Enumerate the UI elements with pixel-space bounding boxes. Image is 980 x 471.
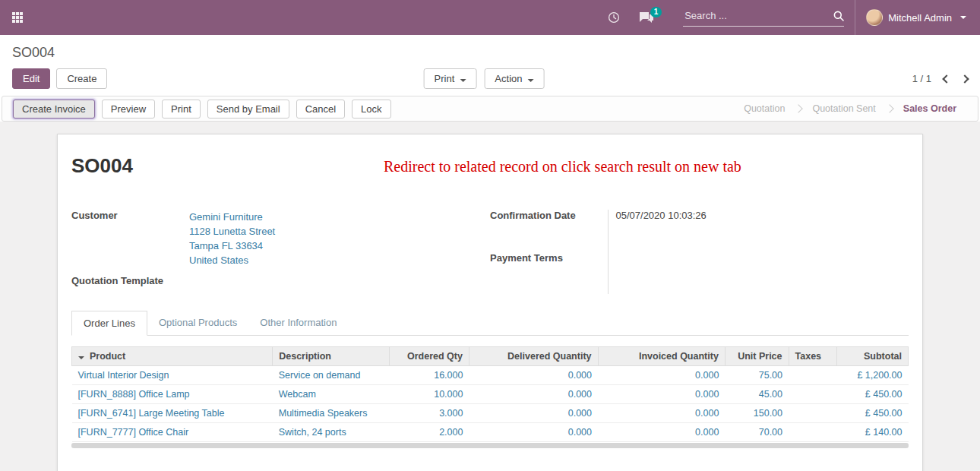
cell-ordered-qty: 3.000 [390, 404, 469, 423]
status-pipeline: Quotation Quotation Sent Sales Order [733, 103, 967, 114]
payment-terms-label: Payment Terms [490, 252, 608, 295]
avatar [866, 9, 883, 26]
user-menu[interactable]: Mitchell Admin [855, 0, 968, 35]
column-header-description[interactable]: Description [273, 347, 390, 366]
edit-button[interactable]: Edit [12, 68, 50, 89]
cell-product[interactable]: Virtual Interior Design [72, 366, 273, 385]
cell-invoiced-qty: 0.000 [598, 366, 725, 385]
tab-optional-products[interactable]: Optional Products [147, 311, 248, 336]
column-header-ordered-qty[interactable]: Ordered Qty [390, 347, 469, 366]
customer-country-link[interactable]: United States [189, 253, 490, 267]
customer-name-link[interactable]: Gemini Furniture [189, 210, 490, 224]
status-quotation[interactable]: Quotation [733, 103, 795, 114]
column-header-invoiced-qty[interactable]: Invoiced Quantity [598, 347, 725, 366]
cell-unit-price: 70.00 [725, 423, 789, 442]
customer-street-link[interactable]: 1128 Lunetta Street [189, 224, 490, 239]
pager: 1 / 1 [912, 73, 968, 84]
cell-description: Service on demand [273, 366, 390, 385]
create-invoice-button[interactable]: Create Invoice [13, 100, 95, 119]
statusbar: Create Invoice Preview Print Send by Ema… [2, 96, 978, 122]
cell-description: Webcam [273, 385, 390, 404]
search-input[interactable] [683, 8, 833, 23]
horizontal-scrollbar[interactable] [71, 443, 909, 448]
cell-invoiced-qty: 0.000 [598, 404, 725, 423]
record-title: SO004 [71, 154, 133, 178]
confirmation-date-value: 05/07/2020 10:03:26 [608, 210, 909, 252]
cell-invoiced-qty: 0.000 [598, 385, 725, 404]
breadcrumb: SO004 [0, 35, 980, 63]
print-dropdown-button[interactable]: Print [424, 68, 477, 89]
control-panel: Edit Create Print Action 1 / 1 [0, 63, 980, 96]
table-row[interactable]: [FURN_8888] Office Lamp Webcam 10.000 0.… [72, 385, 909, 404]
cell-description: Multimedia Speakers [273, 404, 390, 423]
confirmation-date-label: Confirmation Date [490, 210, 608, 252]
cancel-button[interactable]: Cancel [296, 100, 345, 119]
cell-subtotal: £ 1,200.00 [837, 366, 909, 385]
column-options-caret-icon[interactable] [78, 356, 84, 359]
column-header-subtotal[interactable]: Subtotal [837, 347, 909, 366]
customer-value: Gemini Furniture 1128 Lunetta Street Tam… [189, 210, 490, 275]
tab-other-information[interactable]: Other Information [248, 311, 348, 336]
cell-unit-price: 75.00 [725, 366, 789, 385]
chevron-down-icon [460, 79, 466, 82]
cell-description: Switch, 24 ports [273, 423, 390, 442]
messages-icon[interactable]: 1 [640, 12, 653, 24]
pager-next-icon[interactable] [960, 74, 969, 83]
field-group-right: Confirmation Date 05/07/2020 10:03:26 Pa… [490, 210, 909, 294]
cell-ordered-qty: 2.000 [390, 423, 469, 442]
status-sales-order[interactable]: Sales Order [893, 103, 967, 114]
customer-city-link[interactable]: Tampa FL 33634 [189, 239, 490, 253]
lock-button[interactable]: Lock [352, 100, 390, 119]
field-groups: Customer Gemini Furniture 1128 Lunetta S… [71, 210, 909, 294]
table-row[interactable]: [FURN_6741] Large Meeting Table Multimed… [72, 404, 909, 423]
pager-previous-icon[interactable] [942, 74, 950, 83]
topbar-search [683, 8, 844, 27]
column-header-taxes[interactable]: Taxes [789, 347, 837, 366]
field-group-left: Customer Gemini Furniture 1128 Lunetta S… [71, 210, 490, 294]
activities-clock-icon[interactable] [608, 11, 620, 24]
pager-counter: 1 / 1 [912, 73, 931, 84]
print-button[interactable]: Print [162, 100, 201, 119]
cell-taxes [789, 385, 837, 404]
order-lines-table: Product Description Ordered Qty Delivere… [71, 346, 909, 442]
table-row[interactable]: Virtual Interior Design Service on deman… [72, 366, 909, 385]
payment-terms-value [608, 252, 909, 295]
cell-unit-price: 150.00 [725, 404, 789, 423]
table-row[interactable]: [FURN_7777] Office Chair Switch, 24 port… [72, 423, 909, 442]
cell-invoiced-qty: 0.000 [598, 423, 725, 442]
cell-product[interactable]: [FURN_7777] Office Chair [72, 423, 273, 442]
topbar: 1 Mitchell Admin [0, 0, 980, 35]
cell-subtotal: £ 140.00 [837, 423, 909, 442]
preview-button[interactable]: Preview [102, 100, 155, 119]
page-title: SO004 [12, 45, 55, 60]
sales-order-sheet: SO004 Redirect to related record on clic… [57, 134, 923, 471]
cell-ordered-qty: 16.000 [390, 366, 469, 385]
chevron-down-icon [960, 16, 966, 19]
create-button[interactable]: Create [56, 68, 107, 89]
table-header-row: Product Description Ordered Qty Delivere… [72, 347, 909, 366]
cell-product[interactable]: [FURN_6741] Large Meeting Table [72, 404, 273, 423]
annotation-text: Redirect to related record on click sear… [384, 158, 741, 175]
cell-delivered-qty: 0.000 [469, 385, 598, 404]
cell-ordered-qty: 10.000 [390, 385, 469, 404]
cell-delivered-qty: 0.000 [469, 404, 598, 423]
cell-taxes [789, 366, 837, 385]
cell-subtotal: £ 450.00 [837, 404, 909, 423]
status-quotation-sent[interactable]: Quotation Sent [801, 103, 886, 114]
content-area: SO004 Redirect to related record on clic… [0, 122, 980, 471]
column-header-delivered-qty[interactable]: Delivered Quantity [469, 347, 598, 366]
apps-menu-icon[interactable] [12, 12, 23, 23]
cell-product[interactable]: [FURN_8888] Office Lamp [72, 385, 273, 404]
quotation-template-value [189, 275, 490, 294]
cell-taxes [789, 423, 837, 442]
action-dropdown-button[interactable]: Action [484, 68, 544, 89]
search-icon[interactable] [833, 11, 844, 21]
column-header-unit-price[interactable]: Unit Price [725, 347, 789, 366]
cell-subtotal: £ 450.00 [837, 385, 909, 404]
tab-order-lines[interactable]: Order Lines [71, 311, 147, 336]
chevron-down-icon [527, 79, 533, 82]
user-name: Mitchell Admin [888, 12, 952, 24]
send-by-email-button[interactable]: Send by Email [207, 100, 289, 119]
customer-label: Customer [71, 210, 189, 275]
column-header-product[interactable]: Product [72, 347, 273, 366]
